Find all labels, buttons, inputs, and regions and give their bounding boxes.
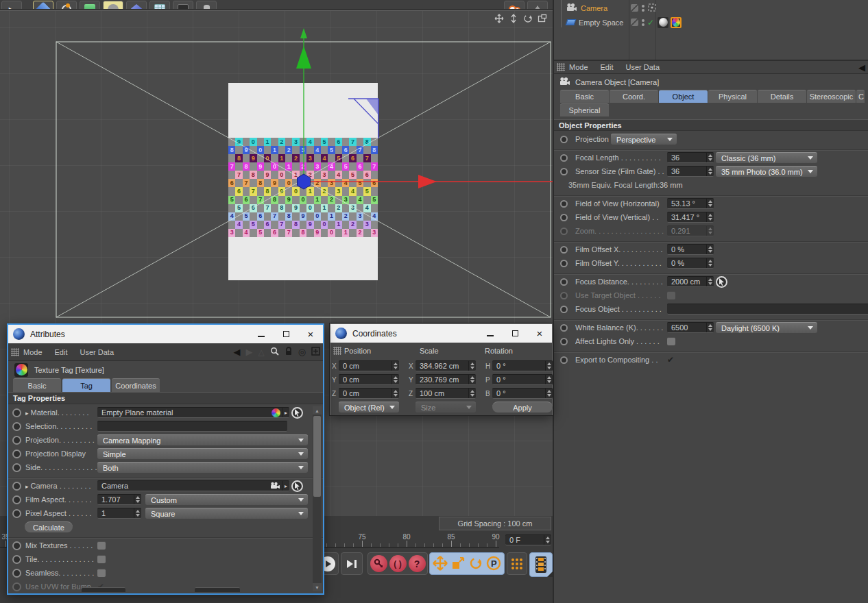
dropdown[interactable]: Perspective <box>611 134 677 145</box>
back-arrow-icon[interactable]: ◀ <box>858 62 865 73</box>
object-picker-icon[interactable] <box>291 480 303 492</box>
expander-icon[interactable]: ▸ <box>282 481 289 491</box>
layer-swatch-icon[interactable] <box>631 4 638 12</box>
value-field[interactable]: 1 <box>97 508 141 519</box>
spinner-control[interactable] <box>706 277 714 286</box>
scale-x-field[interactable]: 384.962 cm <box>415 360 476 371</box>
tab-stereoscopic[interactable]: Stereoscopic <box>807 90 856 103</box>
record-circle[interactable] <box>12 495 21 504</box>
gem-icon[interactable] <box>126 1 147 10</box>
record-circle[interactable] <box>560 227 568 235</box>
spinner-control[interactable] <box>391 361 399 371</box>
minimize-button[interactable] <box>478 324 503 343</box>
expander-icon[interactable]: ▸ <box>25 483 29 490</box>
record-circle[interactable] <box>12 422 21 431</box>
tab-details[interactable]: Details <box>758 90 806 103</box>
calculate-button[interactable]: Calculate <box>25 521 73 532</box>
object-row-camera[interactable]: Camera <box>566 1 607 14</box>
sphere-material-thumbnail[interactable] <box>658 17 668 28</box>
dark-cube-icon[interactable] <box>173 1 193 10</box>
green-cube-icon[interactable] <box>80 1 100 10</box>
record-circle[interactable] <box>12 541 21 550</box>
object-picker-icon[interactable] <box>716 276 727 288</box>
menu-user-data[interactable]: User Data <box>80 348 114 356</box>
spinner-control[interactable] <box>468 389 476 398</box>
spinner-control[interactable] <box>706 323 714 332</box>
dropdown[interactable]: Square <box>145 508 308 519</box>
value-field[interactable]: 1.707 <box>97 494 141 505</box>
value-field[interactable]: 36 <box>667 152 714 163</box>
record-circle[interactable] <box>12 569 21 578</box>
spheres-icon[interactable] <box>504 1 525 10</box>
tab-basic[interactable]: Basic <box>13 378 61 392</box>
scale-y-field[interactable]: 230.769 cm <box>415 374 476 385</box>
position-y-field[interactable]: 0 cm <box>339 374 399 385</box>
layer-swatch-icon[interactable] <box>631 19 638 26</box>
apply-button[interactable]: Apply <box>492 402 553 413</box>
keyframe-help-button[interactable]: ? <box>409 555 426 572</box>
rotation-p-field[interactable]: 0 ° <box>492 374 553 385</box>
record-circle[interactable] <box>12 555 21 564</box>
object-row-empty-space[interactable]: Empty Space <box>566 16 623 29</box>
record-circle[interactable] <box>12 509 21 518</box>
expander-icon[interactable]: ▸ <box>25 410 29 417</box>
tab-coord[interactable]: Coord. <box>610 90 658 103</box>
play-icon[interactable]: ▶ <box>1 1 22 10</box>
spinner-control[interactable] <box>706 212 714 222</box>
visibility-dots-icon[interactable] <box>642 19 644 26</box>
triangle-icon[interactable]: △ <box>258 347 264 357</box>
back-arrow-icon[interactable]: ◀ <box>233 347 240 357</box>
target-icon[interactable] <box>648 3 656 13</box>
menu-edit[interactable]: Edit <box>601 63 614 71</box>
lock-icon[interactable] <box>285 347 293 357</box>
menu-mode[interactable]: Mode <box>23 348 43 356</box>
object-link-field[interactable]: Empty Plane material▸ <box>97 407 289 418</box>
value-field[interactable] <box>97 421 287 432</box>
scrollbar[interactable]: ▲ ▼ <box>313 406 322 591</box>
object-label[interactable]: Empty Space <box>579 19 623 27</box>
spinner-control[interactable] <box>134 495 141 504</box>
rotation-h-field[interactable]: 0 ° <box>492 360 553 371</box>
scroll-thumb[interactable] <box>313 416 321 497</box>
record-circle[interactable] <box>560 356 568 364</box>
scroll-up-icon[interactable]: ▲ <box>313 406 322 415</box>
enabled-check-icon[interactable]: ✓ <box>647 18 654 27</box>
close-icon[interactable]: × <box>527 324 552 343</box>
cylinder-icon[interactable] <box>196 1 217 10</box>
tab-partial[interactable]: C <box>856 90 865 103</box>
attributes-titlebar[interactable]: Attributes × <box>8 325 323 343</box>
spinner-control[interactable] <box>706 167 714 176</box>
value-field[interactable]: 53.13 ° <box>667 198 714 209</box>
expander-icon[interactable]: ▸ <box>282 408 289 417</box>
record-circle[interactable] <box>560 136 568 143</box>
menu-edit[interactable]: Edit <box>55 348 68 356</box>
tab-basic[interactable]: Basic <box>560 90 609 103</box>
tab-spherical[interactable]: Spherical <box>560 103 609 116</box>
record-circle[interactable] <box>560 292 568 299</box>
dropdown[interactable]: 35 mm Photo (36.0 mm) <box>716 166 817 177</box>
autokey-button[interactable]: ( ) <box>389 555 407 572</box>
value-field[interactable]: 6500 <box>667 322 714 333</box>
value-field[interactable]: 0.291 <box>667 225 714 236</box>
record-circle[interactable] <box>560 324 568 332</box>
dropdown[interactable]: Custom <box>145 494 308 505</box>
dropdown[interactable]: Camera Mapping <box>97 434 308 445</box>
value-field[interactable]: 2000 cm <box>667 276 714 287</box>
tab-object[interactable]: Object <box>659 90 708 103</box>
rotation-b-field[interactable]: 0 ° <box>492 388 553 399</box>
checkbox[interactable] <box>667 291 675 299</box>
record-circle[interactable] <box>12 582 21 591</box>
checkbox[interactable] <box>97 555 106 563</box>
tab-coordinates[interactable]: Coordinates <box>112 378 160 392</box>
dropdown[interactable]: Classic (36 mm) <box>716 152 817 163</box>
spinner-control[interactable] <box>468 375 476 384</box>
maximize-button[interactable] <box>274 325 298 343</box>
spinner-control[interactable] <box>545 375 553 384</box>
close-icon[interactable]: × <box>298 325 323 343</box>
size-dropdown[interactable]: Size <box>415 402 476 413</box>
spinner-control[interactable] <box>544 535 551 545</box>
checkbox[interactable] <box>97 569 106 577</box>
record-circle[interactable] <box>560 278 568 286</box>
record-keyframe-button[interactable] <box>370 555 387 572</box>
value-field[interactable]: 0 % <box>667 258 714 269</box>
